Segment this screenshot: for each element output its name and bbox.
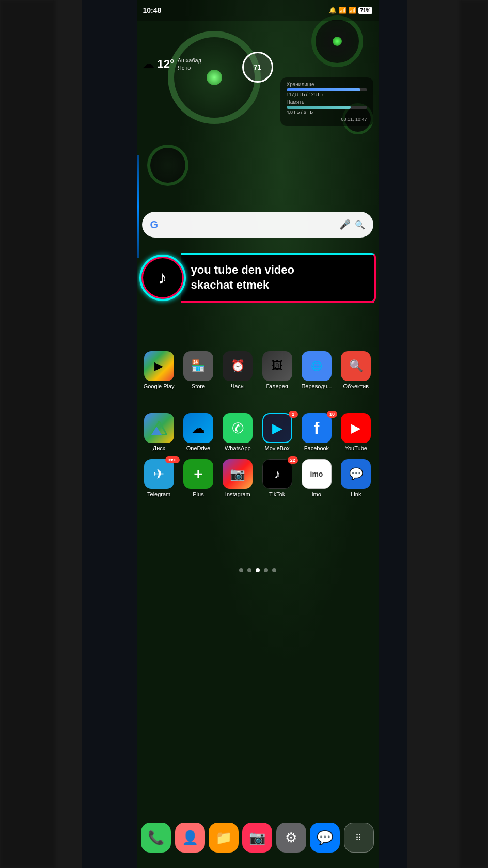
telegram-label: Telegram bbox=[147, 491, 170, 497]
dock-camera-icon: 📷 bbox=[242, 823, 272, 853]
storage-label: Хранилище bbox=[287, 82, 367, 87]
tiktok-popup[interactable]: ♪ you tube den video skachat etmek bbox=[139, 253, 376, 302]
dock-files[interactable]: 📁 bbox=[208, 823, 239, 853]
app-item-translate[interactable]: 🌐 Переводч... bbox=[298, 351, 335, 389]
battery-circle-value: 71 bbox=[254, 63, 262, 71]
imo-label: imo bbox=[312, 491, 321, 497]
youtube-label: YouTube bbox=[345, 445, 367, 451]
dock-phone[interactable]: 📞 bbox=[140, 823, 171, 853]
storage-text: 117,8 ГБ / 128 ГБ bbox=[287, 92, 367, 97]
onedrive-label: OneDrive bbox=[186, 445, 210, 451]
weather-location: Ашхабад Ясно bbox=[178, 57, 201, 72]
dock-phone-icon: 📞 bbox=[141, 823, 171, 853]
plus-label: Plus bbox=[193, 491, 203, 497]
dot-3-active[interactable] bbox=[256, 568, 260, 572]
storage-row: Хранилище 117,8 ГБ / 128 ГБ bbox=[287, 82, 367, 97]
dock-apps-icon: ⠿ bbox=[344, 823, 374, 853]
dock-contacts[interactable]: 👤 bbox=[175, 823, 206, 853]
weather-temp: 12° bbox=[158, 57, 175, 71]
memory-text: 4,8 ГБ / 6 ГБ bbox=[287, 109, 367, 115]
app-imo[interactable]: imo imo bbox=[298, 459, 335, 497]
app-item-googleplay[interactable]: ▶ Google Play bbox=[141, 351, 177, 389]
bottom-dock: 📞 👤 📁 📷 ⚙ 💬 ⠿ bbox=[137, 817, 379, 858]
storage-bar-fill bbox=[287, 88, 361, 91]
storage-widget: Хранилище 117,8 ГБ / 128 ГБ Память 4,8 Г… bbox=[280, 77, 373, 126]
tiktok-icon-circle: ♪ bbox=[139, 255, 186, 301]
onedrive-icon: ☁ bbox=[183, 413, 213, 443]
app-tiktok[interactable]: ♪ 22 TikTok bbox=[259, 459, 295, 497]
youtube-icon: ▶ bbox=[341, 413, 371, 443]
app-facebook[interactable]: f 10 Facebook bbox=[298, 413, 335, 451]
memory-bar-bg bbox=[287, 106, 367, 109]
dock-camera[interactable]: 📷 bbox=[242, 823, 273, 853]
app-link[interactable]: 💬 Link bbox=[338, 459, 374, 497]
link-icon: 💬 bbox=[341, 459, 371, 489]
signal-icon: 📶 bbox=[349, 7, 356, 14]
screen: 10:48 🔔 📶 📶 71% 71 ☁ 12° Ашхабад Ясно bbox=[137, 0, 379, 868]
app-telegram[interactable]: ✈ 999+ Telegram bbox=[141, 459, 177, 497]
app-item-lens[interactable]: 🔍 Объектив bbox=[338, 351, 374, 389]
weather-widget: ☁ 12° Ашхабад Ясно bbox=[142, 57, 202, 72]
battery-indicator: 71% bbox=[358, 7, 372, 14]
status-bar: 10:48 🔔 📶 📶 71% bbox=[137, 0, 379, 21]
small-app-row: ▶ Google Play 🏪 Store ⏰ Часы 🖼 Галерея 🌐… bbox=[137, 351, 379, 389]
telegram-icon: ✈ bbox=[144, 459, 174, 489]
dock-settings-icon: ⚙ bbox=[276, 823, 306, 853]
app-item-gallery[interactable]: 🖼 Галерея bbox=[259, 351, 295, 389]
app-item-clock[interactable]: ⏰ Часы bbox=[219, 351, 256, 389]
app-instagram[interactable]: 📷 Instagram bbox=[219, 459, 256, 497]
imo-icon: imo bbox=[302, 459, 332, 489]
battery-circle-widget: 71 bbox=[242, 52, 273, 83]
phone-container: 10:48 🔔 📶 📶 71% 71 ☁ 12° Ашхабад Ясно bbox=[82, 0, 407, 868]
tiktok-label: TikTok bbox=[269, 491, 285, 497]
side-blur-left bbox=[0, 0, 55, 868]
app-row-1: Диск ☁ OneDrive ✆ WhatsApp ▶ 2 MovieBox … bbox=[139, 413, 376, 451]
app-grid-main: Диск ☁ OneDrive ✆ WhatsApp ▶ 2 MovieBox … bbox=[137, 413, 379, 502]
app-onedrive[interactable]: ☁ OneDrive bbox=[180, 413, 216, 451]
dock-settings[interactable]: ⚙ bbox=[276, 823, 307, 853]
dot-1[interactable] bbox=[239, 568, 243, 572]
dot-5[interactable] bbox=[272, 568, 276, 572]
weather-icon: ☁ bbox=[142, 57, 154, 71]
dock-files-icon: 📁 bbox=[209, 823, 239, 853]
app-whatsapp[interactable]: ✆ WhatsApp bbox=[219, 413, 256, 451]
app-row-2: ✈ 999+ Telegram + Plus 📷 Instagram ♪ 22 … bbox=[139, 459, 376, 497]
dot-2[interactable] bbox=[247, 568, 251, 572]
memory-bar-fill bbox=[287, 106, 351, 109]
app-item-store[interactable]: 🏪 Store bbox=[180, 351, 216, 389]
google-logo: G bbox=[150, 219, 159, 231]
status-time: 10:48 bbox=[143, 6, 162, 14]
google-search-bar[interactable]: G 🎤 🔍 bbox=[142, 212, 373, 238]
moviebox-label: MovieBox bbox=[264, 445, 289, 451]
storage-date: 08.11, 10:47 bbox=[287, 117, 367, 122]
facebook-label: Facebook bbox=[304, 445, 329, 451]
tiktok-popup-text: you tube den video skachat etmek bbox=[191, 263, 364, 292]
memory-row: Память 4,8 ГБ / 6 ГБ bbox=[287, 99, 367, 115]
dock-messages[interactable]: 💬 bbox=[309, 823, 340, 853]
status-icons: 🔔 📶 📶 71% bbox=[329, 7, 372, 14]
whatsapp-label: WhatsApp bbox=[225, 445, 251, 451]
lens-icon[interactable]: 🔍 bbox=[355, 220, 365, 230]
dot-4[interactable] bbox=[264, 568, 268, 572]
instagram-label: Instagram bbox=[225, 491, 250, 497]
app-plus[interactable]: + Plus bbox=[180, 459, 216, 497]
wifi-icon: 📶 bbox=[339, 7, 347, 14]
app-drive[interactable]: Диск bbox=[141, 413, 177, 451]
whatsapp-icon: ✆ bbox=[223, 413, 253, 443]
microphone-icon[interactable]: 🎤 bbox=[339, 219, 351, 230]
page-dots bbox=[137, 568, 379, 572]
app-moviebox[interactable]: ▶ 2 MovieBox bbox=[259, 413, 295, 451]
app-youtube[interactable]: ▶ YouTube bbox=[338, 413, 374, 451]
side-blur-right bbox=[460, 0, 488, 868]
tiktok-bubble: you tube den video skachat etmek bbox=[181, 253, 376, 302]
dock-app-drawer[interactable]: ⠿ bbox=[343, 823, 374, 853]
moviebox-badge: 2 bbox=[289, 411, 298, 418]
link-label: Link bbox=[351, 491, 361, 497]
tiktok-badge: 22 bbox=[288, 456, 298, 464]
telegram-badge: 999+ bbox=[165, 456, 180, 463]
tiktok-logo: ♪ bbox=[158, 267, 167, 289]
plus-icon: + bbox=[183, 459, 213, 489]
tiktok-app-icon: ♪ bbox=[262, 459, 292, 489]
facebook-icon: f bbox=[302, 413, 332, 443]
facebook-badge: 10 bbox=[327, 411, 337, 418]
